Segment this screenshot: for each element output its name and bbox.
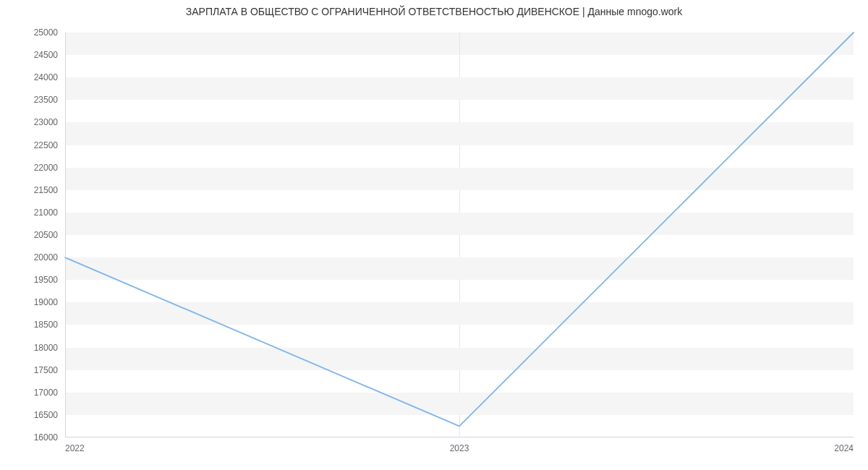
y-tick-label: 22500 bbox=[34, 140, 58, 150]
y-tick-label: 21500 bbox=[34, 185, 58, 195]
y-tick-label: 20000 bbox=[34, 252, 58, 262]
y-tick-label: 21000 bbox=[34, 208, 58, 218]
plot-area: 1600016500170001750018000185001900019500… bbox=[65, 33, 854, 437]
y-tick-label: 19000 bbox=[34, 297, 58, 307]
y-tick-label: 24000 bbox=[34, 72, 58, 82]
y-tick-label: 22000 bbox=[34, 163, 58, 173]
chart-title: ЗАРПЛАТА В ОБЩЕСТВО С ОГРАНИЧЕННОЙ ОТВЕТ… bbox=[0, 6, 868, 17]
y-tick-label: 23500 bbox=[34, 95, 58, 105]
y-tick-label: 17000 bbox=[34, 388, 58, 398]
y-tick-label: 19500 bbox=[34, 275, 58, 285]
series-line bbox=[65, 33, 854, 426]
x-tick-label: 2022 bbox=[65, 443, 85, 453]
x-tick-label: 2023 bbox=[450, 443, 469, 453]
chart-container: ЗАРПЛАТА В ОБЩЕСТВО С ОГРАНИЧЕННОЙ ОТВЕТ… bbox=[0, 0, 868, 470]
y-tick-label: 17500 bbox=[34, 365, 58, 375]
line-layer bbox=[65, 33, 854, 437]
y-tick-label: 18500 bbox=[34, 320, 58, 330]
y-tick-label: 24500 bbox=[34, 50, 58, 60]
y-tick-label: 18000 bbox=[34, 343, 58, 353]
y-tick-label: 20500 bbox=[34, 230, 58, 240]
y-tick-label: 25000 bbox=[34, 27, 58, 38]
x-tick-label: 2024 bbox=[834, 443, 854, 453]
y-tick-label: 23000 bbox=[34, 117, 58, 127]
y-tick-label: 16000 bbox=[34, 432, 58, 443]
y-tick-label: 16500 bbox=[34, 410, 58, 420]
